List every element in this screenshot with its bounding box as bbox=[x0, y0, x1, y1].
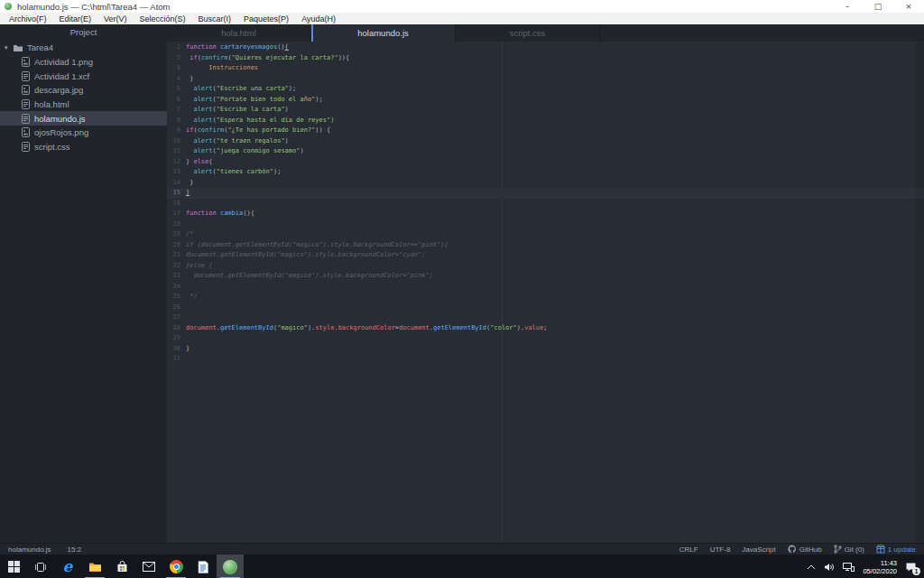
status-utf-8[interactable]: UTF-8 bbox=[710, 545, 731, 554]
file-label: holamundo.js bbox=[34, 114, 86, 124]
tab-script-css[interactable]: script.css bbox=[456, 24, 600, 42]
code-line-17[interactable]: 17function cambia(){ bbox=[167, 209, 924, 219]
status-holamundo-js[interactable]: holamundo.js bbox=[8, 545, 51, 554]
code-line-11[interactable]: 11 alert("juega conmigo sesamo") bbox=[167, 146, 924, 157]
network-icon[interactable] bbox=[843, 563, 855, 572]
status-git-0[interactable]: Git (0) bbox=[834, 545, 864, 554]
code-editor[interactable]: 1function cartareyesmagos(){2 if(confirm… bbox=[167, 42, 924, 543]
taskbar-atom-button[interactable] bbox=[217, 555, 244, 578]
project-tree-panel: Project ▾Tarea4Actividad 1.pngActividad … bbox=[0, 24, 167, 543]
code-line-14[interactable]: 14 } bbox=[167, 178, 924, 189]
code-line-23[interactable]: 23 document.getElementById("magico").sty… bbox=[167, 271, 924, 282]
volume-icon[interactable] bbox=[824, 563, 835, 572]
tab-holamundo-js[interactable]: holamundo.js bbox=[311, 24, 456, 42]
menu-archivo-f[interactable]: Archivo(F) bbox=[3, 14, 53, 23]
text-file-icon bbox=[20, 142, 31, 153]
code-line-25[interactable]: 25 */ bbox=[167, 292, 924, 303]
editor-scrollbar[interactable] bbox=[916, 42, 924, 543]
image-file-icon bbox=[20, 57, 31, 68]
maximize-button[interactable]: □ bbox=[863, 0, 893, 13]
tree-file-script-css[interactable]: script.css bbox=[0, 140, 167, 154]
code-line-3[interactable]: 3 Instrucciones bbox=[167, 63, 924, 74]
status-crlf[interactable]: CRLF bbox=[679, 545, 698, 554]
line-number: 29 bbox=[167, 333, 186, 344]
tab-hola-html[interactable]: hola.html bbox=[167, 24, 311, 42]
tree-folder-tarea4[interactable]: ▾Tarea4 bbox=[0, 41, 167, 55]
menu-ayuda-h[interactable]: Ayuda(H) bbox=[295, 14, 342, 23]
code-line-15[interactable]: 15} bbox=[167, 188, 924, 199]
code-line-27[interactable]: 27 bbox=[167, 312, 924, 323]
window-title-bar: holamundo.js — C:\html\Tarea4 — Atom – □… bbox=[0, 0, 924, 13]
folder-label: Tarea4 bbox=[27, 42, 53, 52]
status-label: CRLF bbox=[679, 545, 698, 554]
code-line-21[interactable]: 21document.getElementById("magico").styl… bbox=[167, 250, 924, 261]
menu-ver-v[interactable]: Ver(V) bbox=[97, 14, 134, 23]
code-line-24[interactable]: 24 bbox=[167, 282, 924, 293]
code-line-26[interactable]: 26 bbox=[167, 303, 924, 313]
github-icon bbox=[788, 545, 797, 554]
close-button[interactable]: × bbox=[893, 0, 924, 13]
line-number: 19 bbox=[167, 229, 186, 240]
code-line-19[interactable]: 19/* bbox=[167, 229, 924, 240]
chevron-up-icon[interactable] bbox=[807, 564, 816, 570]
taskbar-file-explorer-button[interactable] bbox=[81, 555, 108, 578]
code-line-12[interactable]: 12} else{ bbox=[167, 157, 924, 168]
code-line-28[interactable]: 28document.getElementById("magico").styl… bbox=[167, 323, 924, 334]
action-center-icon[interactable]: 1 bbox=[905, 562, 917, 573]
menu-buscar-i[interactable]: Buscar(I) bbox=[192, 14, 238, 23]
taskbar-word-button[interactable] bbox=[189, 555, 217, 578]
menu-paquetes-p[interactable]: Paquetes(P) bbox=[237, 14, 295, 23]
tab-label: script.css bbox=[510, 28, 546, 38]
taskbar-edge-button[interactable]: e bbox=[54, 555, 81, 578]
status-15-2[interactable]: 15:2 bbox=[68, 545, 82, 554]
menu-editar-e[interactable]: Editar(E) bbox=[53, 14, 98, 23]
code-text: } else{ bbox=[186, 157, 213, 168]
code-line-2[interactable]: 2 if(confirm("Quieres ejecutar la carta?… bbox=[167, 53, 924, 64]
tree-file-actividad-1-xcf[interactable]: Actividad 1.xcf bbox=[0, 69, 167, 83]
code-line-22[interactable]: 22}else { bbox=[167, 261, 924, 272]
tree-file-hola-html[interactable]: hola.html bbox=[0, 98, 167, 112]
code-line-10[interactable]: 10 alert("te traen regalos") bbox=[167, 136, 924, 147]
code-line-6[interactable]: 6 alert("Portate bien todo el año"); bbox=[167, 95, 924, 106]
code-line-5[interactable]: 5 alert("Escribe una carta"); bbox=[167, 84, 924, 95]
code-line-29[interactable]: 29 bbox=[167, 333, 924, 344]
code-line-16[interactable]: 16 bbox=[167, 199, 924, 210]
code-text: function cambia(){ bbox=[186, 209, 254, 219]
line-number: 18 bbox=[167, 219, 186, 230]
code-line-20[interactable]: 20if (document.getElementById("magico").… bbox=[167, 240, 924, 251]
taskbar-store-button[interactable] bbox=[108, 555, 135, 578]
minimize-button[interactable]: – bbox=[832, 0, 863, 13]
code-line-9[interactable]: 9if(confirm("¿Te has portado bien?")) { bbox=[167, 126, 924, 136]
code-line-18[interactable]: 18 bbox=[167, 219, 924, 230]
code-line-1[interactable]: 1function cartareyesmagos(){ bbox=[167, 42, 924, 53]
status-bar: holamundo.js15:2 CRLFUTF-8JavaScriptGitH… bbox=[0, 543, 924, 555]
code-line-31[interactable]: 31 bbox=[167, 354, 924, 365]
tree-file-ojosrojos-png[interactable]: ojosRojos.png bbox=[0, 126, 167, 140]
taskbar-chrome-button[interactable] bbox=[162, 555, 189, 578]
folder-icon bbox=[13, 42, 23, 53]
code-line-8[interactable]: 8 alert("Espera hasta el día de reyes") bbox=[167, 116, 924, 126]
code-line-7[interactable]: 7 alert("Escribe la carta") bbox=[167, 105, 924, 116]
word-icon bbox=[198, 561, 208, 573]
code-line-30[interactable]: 30} bbox=[167, 344, 924, 355]
line-number: 17 bbox=[167, 209, 186, 219]
code-line-4[interactable]: 4 } bbox=[167, 74, 924, 85]
status-javascript[interactable]: JavaScript bbox=[742, 545, 775, 554]
taskbar-clock[interactable]: 11:43 05/02/2020 bbox=[863, 559, 897, 575]
tree-file-actividad-1-png[interactable]: Actividad 1.png bbox=[0, 55, 167, 70]
tree-file-descarga-jpg[interactable]: descarga.jpg bbox=[0, 83, 167, 98]
code-text: } bbox=[186, 344, 189, 355]
tree-file-holamundo-js[interactable]: holamundo.js bbox=[0, 111, 167, 126]
task-view-icon bbox=[34, 562, 47, 573]
status-github[interactable]: GitHub bbox=[788, 545, 822, 554]
code-text: document.getElementById("magico").style.… bbox=[186, 250, 426, 261]
taskbar-mail-button[interactable] bbox=[135, 555, 162, 578]
code-text: if(confirm("¿Te has portado bien?")) { bbox=[186, 126, 330, 136]
status-1-update[interactable]: 1 update bbox=[876, 545, 916, 554]
taskbar-task-view-button[interactable] bbox=[27, 555, 54, 578]
code-text: if(confirm("Quieres ejecutar la carta?")… bbox=[186, 53, 349, 64]
code-line-13[interactable]: 13 alert("tienes carbón"); bbox=[167, 167, 924, 178]
line-number: 5 bbox=[167, 84, 186, 95]
menu-selecci-n-s[interactable]: Selección(S) bbox=[134, 14, 192, 23]
taskbar-start-button[interactable] bbox=[0, 555, 27, 578]
